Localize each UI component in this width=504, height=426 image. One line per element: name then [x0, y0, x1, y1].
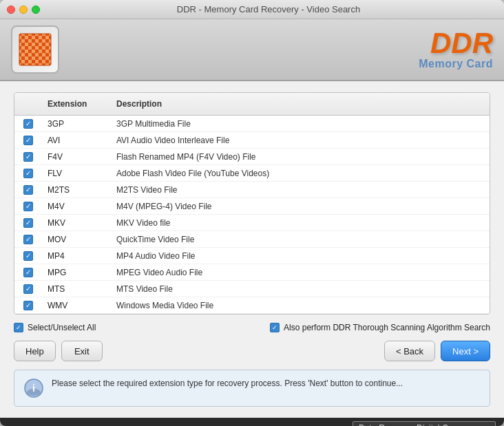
- table-row[interactable]: FLVAdobe Flash Video File (YouTube Video…: [14, 165, 490, 182]
- col-check: [14, 96, 42, 111]
- row-checkbox[interactable]: [14, 250, 42, 262]
- checkbox-checked: [23, 218, 33, 228]
- maximize-button[interactable]: [32, 6, 40, 14]
- row-checkbox[interactable]: [14, 184, 42, 196]
- col-ext-header: Extension: [42, 96, 111, 111]
- row-extension: WMV: [42, 299, 111, 312]
- checkbox-checked: [23, 202, 33, 211]
- info-bar: i Please select the required extension t…: [14, 370, 490, 407]
- row-description: Windows Media Video File: [111, 299, 490, 312]
- row-checkbox[interactable]: [14, 200, 42, 213]
- main-window: DDR - Memory Card Recovery - Video Searc…: [0, 0, 504, 426]
- title-bar: DDR - Memory Card Recovery - Video Searc…: [0, 0, 504, 19]
- row-extension: M2TS: [42, 183, 111, 197]
- row-checkbox[interactable]: [14, 299, 42, 312]
- row-extension: FLV: [42, 167, 111, 180]
- row-description: M4V (MPEG-4) Video File: [111, 200, 490, 213]
- main-content: Extension Description 3GP3GP Multimedia …: [0, 81, 504, 418]
- svg-rect-4: [19, 34, 51, 65]
- brand-sub: Memory Card: [419, 58, 493, 70]
- select-all-label: Select/Unselect All: [28, 323, 96, 332]
- close-button[interactable]: [7, 6, 15, 14]
- checkbox-checked: [23, 268, 33, 277]
- row-extension: MKV: [42, 216, 111, 230]
- row-extension: AVI: [42, 134, 111, 147]
- row-description: MPEG Video Audio File: [111, 266, 490, 279]
- table-row[interactable]: M2TSM2TS Video File: [14, 182, 490, 198]
- brand-ddr: DDR: [419, 29, 493, 58]
- buttons-row: Help Exit < Back Next >: [14, 341, 490, 361]
- row-extension: F4V: [42, 150, 111, 164]
- checkbox-checked: [23, 152, 33, 162]
- row-checkbox[interactable]: [14, 266, 42, 279]
- table-row[interactable]: MKVMKV Video file: [14, 215, 490, 231]
- row-extension: MP4: [42, 249, 111, 263]
- brand-area: DDR Memory Card: [419, 29, 493, 70]
- table-row[interactable]: WMVWindows Media Video File: [14, 297, 490, 314]
- checkbox-checked: [23, 301, 33, 310]
- row-description: M2TS Video File: [111, 183, 490, 197]
- checkbox-checked: [23, 251, 33, 261]
- traffic-lights: [7, 6, 40, 14]
- row-extension: M4V: [42, 200, 111, 213]
- checkbox-checked: [23, 185, 33, 195]
- checkbox-checked: [23, 235, 33, 244]
- back-button[interactable]: < Back: [384, 341, 435, 361]
- table-row[interactable]: MPGMPEG Video Audio File: [14, 264, 490, 281]
- table-row[interactable]: AVIAVI Audio Video Interleave File: [14, 132, 490, 149]
- minimize-button[interactable]: [19, 6, 28, 14]
- row-extension: 3GP: [42, 117, 111, 131]
- row-extension: MOV: [42, 233, 111, 246]
- col-desc-header: Description: [111, 96, 490, 111]
- app-logo: [11, 25, 59, 74]
- row-checkbox[interactable]: [14, 134, 42, 147]
- exit-button[interactable]: Exit: [61, 341, 103, 361]
- footer-link[interactable]: Data-Recovery-Digital-Camera.com: [353, 421, 496, 426]
- file-type-table: Extension Description 3GP3GP Multimedia …: [14, 92, 490, 315]
- table-row[interactable]: F4VFlash Renamed MP4 (F4V Video) File: [14, 149, 490, 165]
- svg-text:i: i: [32, 383, 35, 394]
- row-checkbox[interactable]: [14, 167, 42, 180]
- checkbox-checked: [23, 119, 33, 129]
- checkbox-checked: [23, 169, 33, 178]
- row-extension: MTS: [42, 282, 111, 296]
- row-description: MTS Video File: [111, 282, 490, 296]
- checkbox-checked: [23, 136, 33, 145]
- table-body: 3GP3GP Multimedia FileAVIAVI Audio Video…: [14, 116, 490, 314]
- table-row[interactable]: 3GP3GP Multimedia File: [14, 116, 490, 132]
- row-description: MP4 Audio Video File: [111, 249, 490, 263]
- thorough-scan-checkbox[interactable]: [270, 323, 280, 332]
- header: DDR Memory Card: [0, 19, 504, 81]
- next-button[interactable]: Next >: [441, 341, 490, 361]
- row-checkbox[interactable]: [14, 151, 42, 163]
- row-checkbox[interactable]: [14, 217, 42, 229]
- table-header: Extension Description: [14, 93, 490, 116]
- select-all-area[interactable]: Select/Unselect All: [14, 323, 96, 332]
- row-description: Flash Renamed MP4 (F4V Video) File: [111, 150, 490, 164]
- row-description: MKV Video file: [111, 216, 490, 230]
- bottom-controls: Select/Unselect All Also perform DDR Tho…: [14, 323, 490, 332]
- logo-icon: [18, 32, 52, 67]
- row-description: AVI Audio Video Interleave File: [111, 134, 490, 147]
- select-all-checkbox[interactable]: [14, 323, 23, 332]
- table-row[interactable]: MP4MP4 Audio Video File: [14, 248, 490, 264]
- row-checkbox[interactable]: [14, 233, 42, 246]
- info-text: Please select the required extension typ…: [52, 377, 403, 390]
- row-description: QuickTime Video File: [111, 233, 490, 246]
- help-button[interactable]: Help: [14, 341, 56, 361]
- row-extension: MPG: [42, 266, 111, 279]
- window-title: DDR - Memory Card Recovery - Video Searc…: [40, 4, 497, 14]
- table-row[interactable]: M4VM4V (MPEG-4) Video File: [14, 198, 490, 215]
- footer: Data-Recovery-Digital-Camera.com: [0, 418, 504, 426]
- thorough-scan-area[interactable]: Also perform DDR Thorough Scanning Algor…: [270, 323, 490, 332]
- row-checkbox[interactable]: [14, 118, 42, 130]
- thorough-scan-label: Also perform DDR Thorough Scanning Algor…: [284, 323, 490, 332]
- row-checkbox[interactable]: [14, 283, 42, 295]
- table-row[interactable]: MOVQuickTime Video File: [14, 231, 490, 248]
- row-description: 3GP Multimedia File: [111, 117, 490, 131]
- table-row[interactable]: MTSMTS Video File: [14, 281, 490, 297]
- row-description: Adobe Flash Video File (YouTube Videos): [111, 167, 490, 180]
- checkbox-checked: [23, 284, 33, 294]
- info-icon: i: [23, 377, 45, 399]
